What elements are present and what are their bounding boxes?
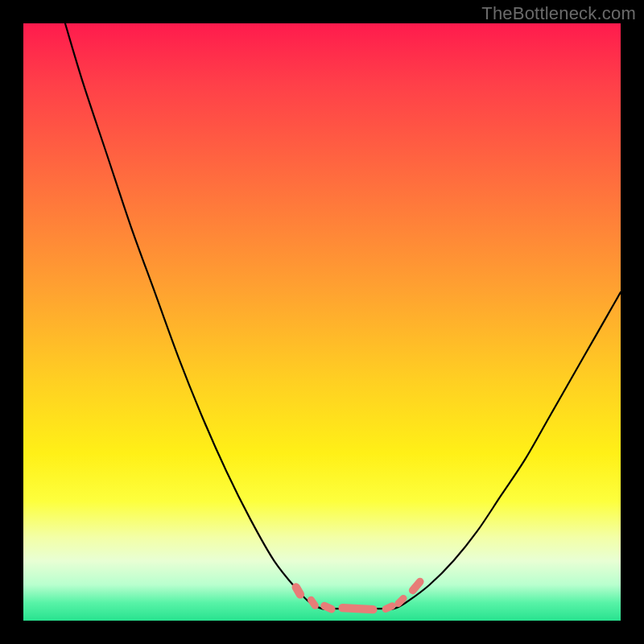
marker-pill	[381, 601, 397, 614]
marker-pill	[407, 576, 426, 596]
watermark-label: TheBottleneck.com	[481, 3, 636, 24]
marker-pill	[291, 581, 306, 600]
marker-pill	[338, 604, 378, 614]
marker-pill	[320, 601, 337, 614]
plot-area	[23, 23, 621, 621]
bottom-markers	[23, 23, 621, 621]
marker-pill	[306, 595, 320, 611]
outer-frame: TheBottleneck.com	[0, 0, 644, 644]
